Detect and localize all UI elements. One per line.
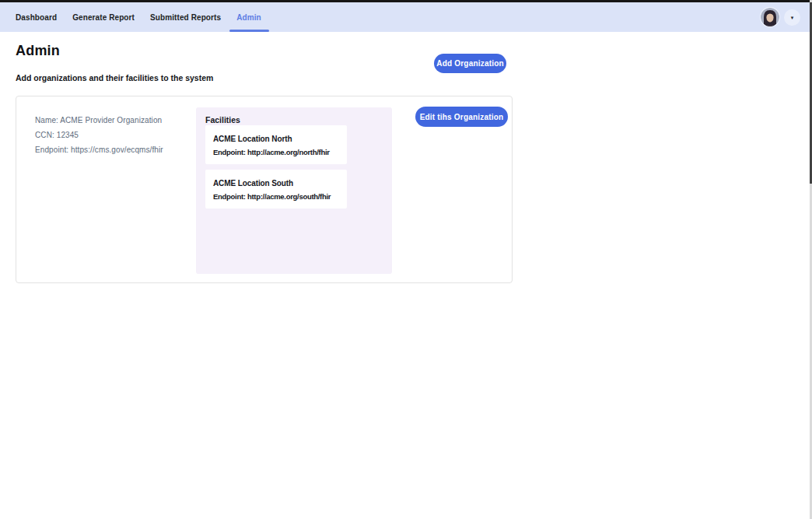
edit-organization-button[interactable]: Edit tihs Organization (415, 107, 508, 127)
facilities-label: Facilities (205, 115, 240, 124)
nav-item-dashboard[interactable]: Dashboard (16, 2, 57, 32)
page-title: Admin (16, 43, 60, 59)
admin-page: Dashboard Generate Report Submitted Repo… (0, 0, 812, 519)
organization-details: Name: ACME Provider Organization CCN: 12… (35, 116, 163, 160)
organization-name: Name: ACME Provider Organization (35, 116, 163, 124)
avatar-photo (761, 8, 779, 26)
page-subtitle: Add organizations and their facilities t… (16, 73, 213, 82)
organization-endpoint: Endpoint: https://cms.gov/ecqms/fhir (35, 146, 163, 154)
chevron-down-icon: ▾ (791, 15, 794, 21)
top-navbar: Dashboard Generate Report Submitted Repo… (0, 2, 812, 32)
facility-card-south: ACME Location South Endpoint: http://acm… (205, 170, 347, 209)
nav-item-generate-report[interactable]: Generate Report (72, 2, 135, 32)
facility-endpoint: Endpoint: http://acme.org/north/fhir (213, 148, 330, 156)
facility-name: ACME Location North (213, 135, 292, 143)
user-menu-caret-button[interactable]: ▾ (784, 9, 800, 26)
facilities-panel: Facilities ACME Location North Endpoint:… (196, 107, 392, 274)
nav-item-submitted-reports[interactable]: Submitted Reports (150, 2, 221, 32)
facility-name: ACME Location South (213, 179, 293, 188)
facility-card-north: ACME Location North Endpoint: http://acm… (205, 125, 347, 164)
user-avatar[interactable] (761, 8, 779, 26)
add-organization-button[interactable]: Add Organization (434, 54, 506, 73)
organization-ccn: CCN: 12345 (35, 131, 163, 139)
facility-endpoint: Endpoint: http://acme.org/south/fhir (213, 192, 331, 201)
nav-item-admin[interactable]: Admin (236, 2, 261, 32)
organization-card: Name: ACME Provider Organization CCN: 12… (16, 96, 513, 283)
